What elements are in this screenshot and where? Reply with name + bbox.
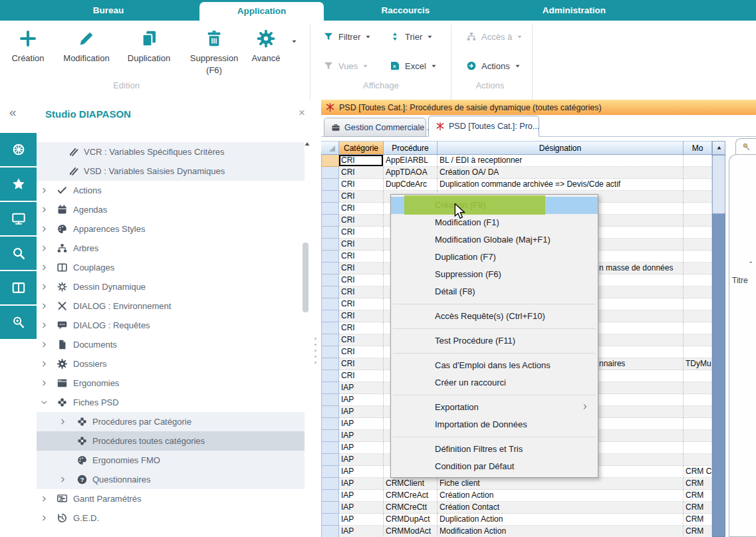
cell-categorie[interactable]: CRI (339, 346, 384, 358)
cell-modele[interactable] (684, 251, 712, 263)
grid-scroll-up-button[interactable] (712, 141, 725, 155)
cell-categorie[interactable]: IAP (339, 502, 384, 514)
table-row[interactable]: CRIDupCdeArcDuplication commande archivé… (321, 179, 712, 191)
rail-button-pin-search[interactable] (0, 306, 37, 339)
cell-designation[interactable]: Création Action (438, 490, 684, 502)
cell-categorie[interactable]: CRI (339, 167, 384, 179)
cell-designation[interactable]: Duplication commande archivée => Devis/C… (438, 179, 684, 191)
cell-modele[interactable]: CRM (684, 478, 712, 490)
cell-modele[interactable] (684, 155, 712, 167)
cell-modele[interactable] (684, 454, 712, 466)
cell-modele[interactable] (684, 203, 712, 215)
menu-item-cr-ation-f9-[interactable]: Création (F9) (391, 197, 598, 214)
table-row[interactable]: IAPCRMCreActCréation ActionCRM (321, 490, 712, 502)
row-selector-cell[interactable] (321, 334, 339, 346)
cell-modele[interactable] (684, 394, 712, 406)
cell-categorie[interactable]: CRI (339, 358, 384, 370)
sidebar-item-vsd[interactable]: VSD : Variables Saisies Dynamiques (37, 161, 305, 181)
side-panel-pin-tab[interactable] (735, 138, 756, 156)
cell-modele[interactable] (684, 442, 712, 454)
actions-button[interactable]: Actions (466, 58, 521, 74)
sidebar-item-documents[interactable]: Documents (37, 335, 305, 354)
sidebar-close-icon[interactable]: × (299, 106, 305, 120)
sidebar-item-apparences[interactable]: Apparences Styles (37, 219, 305, 239)
row-selector-cell[interactable] (321, 406, 339, 418)
chevron-right-icon[interactable] (41, 514, 48, 522)
cell-categorie[interactable]: IAP (339, 526, 384, 537)
sidebar-item-procdures[interactable]: Procédures toutes catégories (37, 431, 305, 451)
sidebar-item-agendas[interactable]: Agendas (37, 200, 305, 219)
tab-raccourcis[interactable]: Raccourcis (364, 0, 447, 21)
row-selector-cell[interactable] (321, 358, 339, 370)
table-row[interactable]: IAPCRMClientFiche clientCRM (321, 478, 712, 490)
row-selector-cell[interactable] (321, 227, 339, 239)
excel-button[interactable]: xExcel (390, 58, 437, 74)
menu-item-duplication-f7-[interactable]: Duplication (F7) (391, 249, 598, 266)
chevron-right-icon[interactable] (41, 379, 48, 387)
chevron-right-icon[interactable] (41, 495, 48, 502)
chevron-right-icon[interactable] (59, 418, 66, 425)
cell-modele[interactable] (684, 286, 712, 298)
row-selector-cell[interactable] (321, 502, 339, 514)
sidebar-item-questionnaires[interactable]: ?Questionnaires (37, 470, 305, 489)
menu-item-test-proc-dure-f11-[interactable]: Test Procédure (F11) (391, 332, 598, 350)
cell-categorie[interactable]: CRI (339, 334, 384, 346)
sidebar-item-arbres[interactable]: Arbres (37, 239, 305, 258)
cell-modele[interactable] (684, 274, 712, 286)
sidebar-item-dialog[interactable]: DIALOG : Requêtes (37, 316, 305, 335)
tab-administration[interactable]: Administration (519, 0, 630, 21)
cell-categorie[interactable]: IAP (339, 478, 384, 490)
cell-modele[interactable] (684, 167, 712, 179)
cell-categorie[interactable]: IAP (339, 442, 384, 454)
chevron-down-icon[interactable] (41, 399, 48, 406)
menu-item-d-finition-filtres-et-tris[interactable]: Définition Filtres et Tris (391, 441, 598, 458)
row-selector-cell[interactable] (321, 418, 339, 430)
cell-categorie[interactable]: IAP (339, 418, 384, 430)
cell-categorie[interactable]: IAP (339, 514, 384, 526)
sidebar-collapse-button[interactable]: « (9, 105, 17, 120)
cell-designation[interactable]: BL / EDI à receptionner (438, 155, 684, 167)
row-selector-cell[interactable] (321, 251, 339, 263)
table-row[interactable]: CRIAppTDAOACréation OA/ DA (321, 167, 712, 179)
cell-modele[interactable] (684, 310, 712, 322)
chevron-right-icon[interactable] (41, 187, 48, 194)
cell-procedure[interactable]: CRMCreCtt (384, 502, 438, 514)
column-header-mo[interactable]: Mo (684, 141, 712, 155)
row-selector-cell[interactable] (321, 430, 339, 442)
chevron-right-icon[interactable] (41, 245, 48, 252)
cell-designation[interactable]: Fiche client (438, 478, 684, 490)
row-selector-cell[interactable] (321, 191, 339, 203)
row-selector-cell[interactable] (321, 286, 339, 298)
cell-categorie[interactable]: CRI (339, 322, 384, 334)
cell-procedure[interactable]: CRMClient (384, 478, 438, 490)
row-selector-cell[interactable] (321, 274, 339, 286)
sidebar-item-dialog[interactable]: DIALOG : Environnement (37, 296, 305, 316)
création-button[interactable]: Création (3, 26, 53, 92)
document-tab-1[interactable]: Gestion Commerciale ... (324, 118, 426, 137)
cell-modele[interactable]: CRM (684, 502, 712, 514)
avance-dropdown-icon[interactable] (291, 35, 297, 47)
document-tab-2[interactable]: PSD [Toutes Cat.]: Pro... (428, 116, 539, 137)
grid-scrollbar-thumb[interactable] (712, 155, 725, 214)
cell-procedure[interactable]: DupCdeArc (384, 179, 438, 191)
table-row[interactable]: IAPCRMModActModification ActionCRM (321, 526, 712, 537)
menu-item-importation-de-donn-es[interactable]: Importation de Données (391, 416, 598, 433)
cell-procedure[interactable]: CRMDupAct (384, 514, 438, 526)
menu-item-suppression-f6-[interactable]: Suppression (F6) (391, 266, 598, 283)
menu-item-acc-s-requ-te-s-ctrl-f10-[interactable]: Accès Requête(s) (Ctrl+F10) (391, 308, 598, 325)
suppression-button[interactable]: Suppression(F6) (181, 26, 247, 92)
rail-button-search[interactable] (0, 237, 37, 270)
cell-designation[interactable]: Duplication Action (438, 514, 684, 526)
row-selector-cell[interactable] (321, 179, 339, 191)
chevron-right-icon[interactable] (41, 225, 48, 233)
menu-item-modification-globale-maj-f1-[interactable]: Modification Globale (Maj+F1) (391, 231, 598, 249)
cell-modele[interactable] (684, 382, 712, 394)
table-row[interactable]: IAPCRMCreCttCréation ContactCRM (321, 502, 712, 514)
cell-modele[interactable]: CRM (684, 490, 712, 502)
cell-designation[interactable]: Création OA/ DA (438, 167, 684, 179)
cell-categorie[interactable]: IAP (339, 430, 384, 442)
cell-designation[interactable]: Création Contact (438, 502, 684, 514)
cell-modele[interactable] (684, 406, 712, 418)
cell-designation[interactable]: Modification Action (438, 526, 684, 537)
cell-categorie[interactable]: CRI (339, 179, 384, 191)
